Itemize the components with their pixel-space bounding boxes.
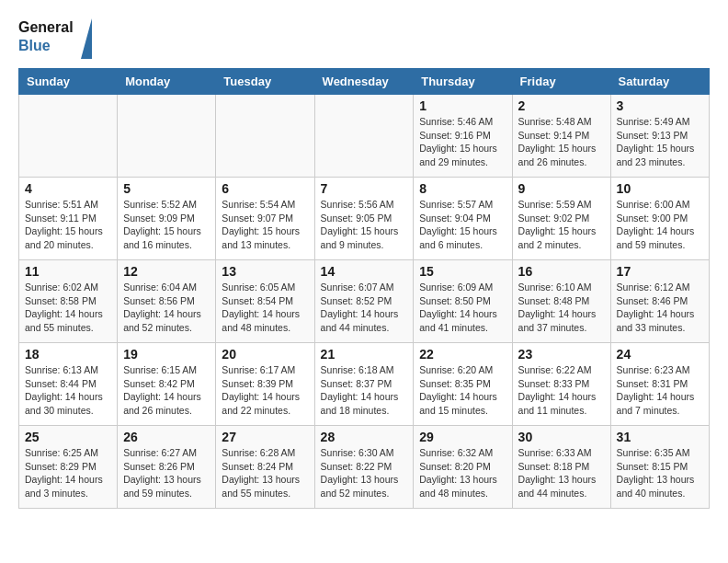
day-number: 8 [419, 181, 506, 196]
day-number: 26 [123, 430, 210, 444]
calendar-cell: 22Sunrise: 6:20 AM Sunset: 8:35 PM Dayli… [414, 343, 512, 426]
day-info: Sunrise: 6:17 AM Sunset: 8:39 PM Dayligh… [222, 363, 308, 418]
calendar-cell: 16Sunrise: 6:10 AM Sunset: 8:48 PM Dayli… [512, 260, 610, 343]
week-row-0: 1Sunrise: 5:46 AM Sunset: 9:16 PM Daylig… [19, 95, 710, 178]
calendar-cell [19, 95, 118, 178]
header-tuesday: Tuesday [216, 69, 314, 95]
header-friday: Friday [512, 69, 610, 95]
header-thursday: Thursday [414, 69, 512, 95]
calendar-cell: 10Sunrise: 6:00 AM Sunset: 9:00 PM Dayli… [610, 178, 709, 260]
week-row-3: 18Sunrise: 6:13 AM Sunset: 8:44 PM Dayli… [19, 343, 710, 426]
day-number: 4 [25, 181, 111, 196]
day-info: Sunrise: 6:12 AM Sunset: 8:46 PM Dayligh… [617, 281, 703, 335]
calendar-cell: 5Sunrise: 5:52 AM Sunset: 9:09 PM Daylig… [118, 178, 216, 260]
day-number: 16 [518, 264, 605, 279]
page-header: General Blue [18, 18, 710, 59]
day-info: Sunrise: 6:27 AM Sunset: 8:26 PM Dayligh… [123, 446, 210, 500]
calendar-cell: 2Sunrise: 5:48 AM Sunset: 9:14 PM Daylig… [512, 95, 610, 178]
calendar-cell: 14Sunrise: 6:07 AM Sunset: 8:52 PM Dayli… [314, 260, 414, 343]
day-info: Sunrise: 5:54 AM Sunset: 9:07 PM Dayligh… [222, 198, 308, 252]
day-number: 14 [321, 264, 408, 279]
day-number: 2 [518, 98, 605, 113]
day-number: 27 [222, 430, 308, 444]
calendar-cell: 12Sunrise: 6:04 AM Sunset: 8:56 PM Dayli… [118, 260, 216, 343]
calendar-cell: 23Sunrise: 6:22 AM Sunset: 8:33 PM Dayli… [512, 343, 610, 426]
day-number: 13 [222, 264, 308, 279]
calendar-cell: 15Sunrise: 6:09 AM Sunset: 8:50 PM Dayli… [414, 260, 512, 343]
day-info: Sunrise: 5:59 AM Sunset: 9:02 PM Dayligh… [518, 198, 605, 252]
day-number: 28 [321, 430, 408, 444]
day-info: Sunrise: 6:23 AM Sunset: 8:31 PM Dayligh… [617, 363, 703, 418]
day-info: Sunrise: 5:48 AM Sunset: 9:14 PM Dayligh… [518, 115, 605, 169]
day-number: 23 [518, 347, 605, 362]
calendar-cell [314, 95, 414, 178]
logo-graphic: General Blue [18, 18, 92, 59]
day-info: Sunrise: 5:57 AM Sunset: 9:04 PM Dayligh… [419, 198, 506, 252]
day-number: 6 [222, 181, 308, 196]
day-info: Sunrise: 6:09 AM Sunset: 8:50 PM Dayligh… [419, 281, 506, 335]
day-number: 21 [321, 347, 408, 362]
day-info: Sunrise: 6:30 AM Sunset: 8:22 PM Dayligh… [321, 446, 408, 500]
day-info: Sunrise: 6:15 AM Sunset: 8:42 PM Dayligh… [123, 363, 210, 418]
day-info: Sunrise: 6:35 AM Sunset: 8:15 PM Dayligh… [617, 446, 703, 500]
calendar-cell: 25Sunrise: 6:25 AM Sunset: 8:29 PM Dayli… [19, 426, 118, 509]
day-info: Sunrise: 6:02 AM Sunset: 8:58 PM Dayligh… [25, 281, 111, 335]
calendar-cell: 27Sunrise: 6:28 AM Sunset: 8:24 PM Dayli… [216, 426, 314, 509]
day-info: Sunrise: 6:10 AM Sunset: 8:48 PM Dayligh… [518, 281, 605, 335]
day-info: Sunrise: 6:13 AM Sunset: 8:44 PM Dayligh… [25, 363, 111, 418]
calendar-cell: 1Sunrise: 5:46 AM Sunset: 9:16 PM Daylig… [414, 95, 512, 178]
calendar-cell: 20Sunrise: 6:17 AM Sunset: 8:39 PM Dayli… [216, 343, 314, 426]
calendar-cell: 21Sunrise: 6:18 AM Sunset: 8:37 PM Dayli… [314, 343, 414, 426]
day-info: Sunrise: 6:20 AM Sunset: 8:35 PM Dayligh… [419, 363, 506, 418]
calendar-cell: 31Sunrise: 6:35 AM Sunset: 8:15 PM Dayli… [610, 426, 709, 509]
calendar-cell: 8Sunrise: 5:57 AM Sunset: 9:04 PM Daylig… [414, 178, 512, 260]
day-info: Sunrise: 6:00 AM Sunset: 9:00 PM Dayligh… [617, 198, 703, 252]
day-info: Sunrise: 5:52 AM Sunset: 9:09 PM Dayligh… [123, 198, 210, 252]
calendar-cell: 28Sunrise: 6:30 AM Sunset: 8:22 PM Dayli… [314, 426, 414, 509]
day-number: 31 [617, 430, 703, 444]
calendar-cell [216, 95, 314, 178]
day-number: 24 [617, 347, 703, 362]
day-info: Sunrise: 5:56 AM Sunset: 9:05 PM Dayligh… [321, 198, 408, 252]
day-number: 3 [617, 98, 703, 113]
day-number: 25 [25, 430, 111, 444]
day-number: 5 [123, 181, 210, 196]
day-info: Sunrise: 6:28 AM Sunset: 8:24 PM Dayligh… [222, 446, 308, 500]
day-info: Sunrise: 6:33 AM Sunset: 8:18 PM Dayligh… [518, 446, 605, 500]
day-info: Sunrise: 6:18 AM Sunset: 8:37 PM Dayligh… [321, 363, 408, 418]
header-sunday: Sunday [19, 69, 118, 95]
calendar-cell [118, 95, 216, 178]
calendar-cell: 7Sunrise: 5:56 AM Sunset: 9:05 PM Daylig… [314, 178, 414, 260]
day-info: Sunrise: 6:25 AM Sunset: 8:29 PM Dayligh… [25, 446, 111, 500]
day-number: 15 [419, 264, 506, 279]
calendar-cell: 19Sunrise: 6:15 AM Sunset: 8:42 PM Dayli… [118, 343, 216, 426]
calendar-cell: 9Sunrise: 5:59 AM Sunset: 9:02 PM Daylig… [512, 178, 610, 260]
day-info: Sunrise: 5:51 AM Sunset: 9:11 PM Dayligh… [25, 198, 111, 252]
calendar-cell: 3Sunrise: 5:49 AM Sunset: 9:13 PM Daylig… [610, 95, 709, 178]
header-saturday: Saturday [610, 69, 709, 95]
day-number: 1 [419, 98, 506, 113]
calendar-header-row: SundayMondayTuesdayWednesdayThursdayFrid… [19, 69, 710, 95]
day-number: 18 [25, 347, 111, 362]
calendar-cell: 4Sunrise: 5:51 AM Sunset: 9:11 PM Daylig… [19, 178, 118, 260]
calendar-cell: 26Sunrise: 6:27 AM Sunset: 8:26 PM Dayli… [118, 426, 216, 509]
week-row-1: 4Sunrise: 5:51 AM Sunset: 9:11 PM Daylig… [19, 178, 710, 260]
day-number: 12 [123, 264, 210, 279]
header-monday: Monday [118, 69, 216, 95]
day-info: Sunrise: 5:46 AM Sunset: 9:16 PM Dayligh… [419, 115, 506, 169]
calendar-cell: 17Sunrise: 6:12 AM Sunset: 8:46 PM Dayli… [610, 260, 709, 343]
week-row-2: 11Sunrise: 6:02 AM Sunset: 8:58 PM Dayli… [19, 260, 710, 343]
day-number: 29 [419, 430, 506, 444]
calendar-cell: 11Sunrise: 6:02 AM Sunset: 8:58 PM Dayli… [19, 260, 118, 343]
day-number: 20 [222, 347, 308, 362]
calendar-cell: 18Sunrise: 6:13 AM Sunset: 8:44 PM Dayli… [19, 343, 118, 426]
week-row-4: 25Sunrise: 6:25 AM Sunset: 8:29 PM Dayli… [19, 426, 710, 509]
day-number: 10 [617, 181, 703, 196]
day-info: Sunrise: 6:04 AM Sunset: 8:56 PM Dayligh… [123, 281, 210, 335]
day-info: Sunrise: 6:07 AM Sunset: 8:52 PM Dayligh… [321, 281, 408, 335]
calendar-cell: 24Sunrise: 6:23 AM Sunset: 8:31 PM Dayli… [610, 343, 709, 426]
day-number: 9 [518, 181, 605, 196]
day-number: 7 [321, 181, 408, 196]
day-number: 11 [25, 264, 111, 279]
day-number: 30 [518, 430, 605, 444]
